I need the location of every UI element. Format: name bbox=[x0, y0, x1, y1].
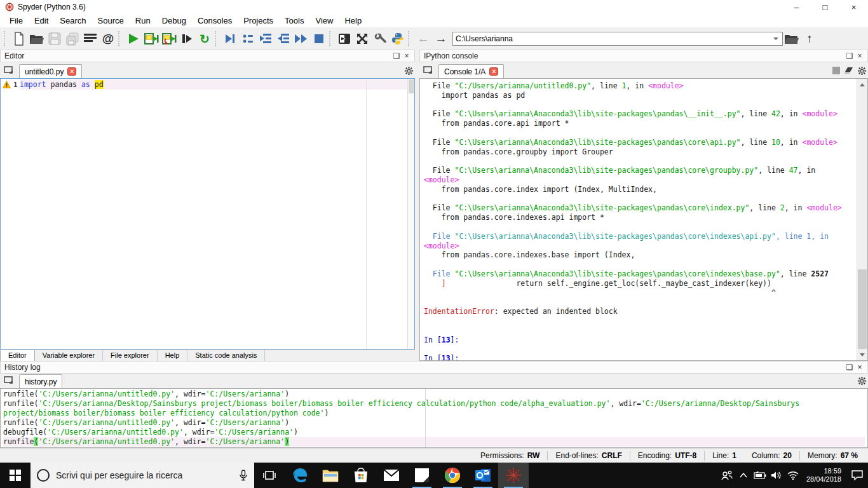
battery-tray-icon[interactable] bbox=[752, 463, 768, 488]
save-button[interactable] bbox=[46, 30, 64, 48]
menu-search[interactable]: Search bbox=[54, 15, 92, 27]
forward-button[interactable]: → bbox=[432, 30, 450, 48]
action-center-icon[interactable] bbox=[846, 463, 868, 488]
code-editor-area[interactable]: 1 import pandas as pd bbox=[0, 78, 415, 349]
task-view-button[interactable] bbox=[254, 463, 285, 488]
spyder-taskbar-icon[interactable] bbox=[498, 463, 529, 488]
browse-tabs-button[interactable] bbox=[1, 64, 18, 78]
history-log-area[interactable]: runfile('C:/Users/arianna/untitled0.py',… bbox=[0, 388, 868, 448]
browse-directory-button[interactable] bbox=[783, 30, 801, 48]
vertical-splitter[interactable] bbox=[415, 50, 419, 361]
menu-consoles[interactable]: Consoles bbox=[192, 15, 238, 27]
scroll-up-icon[interactable] bbox=[857, 79, 867, 90]
bottom-tab-static-code-analysis[interactable]: Static code analysis bbox=[187, 350, 265, 362]
console-scrollbar[interactable] bbox=[857, 79, 867, 360]
bottom-tab-help[interactable]: Help bbox=[158, 350, 188, 362]
menu-run[interactable]: Run bbox=[130, 15, 156, 27]
parent-directory-button[interactable]: ↑ bbox=[801, 30, 818, 48]
volume-tray-icon[interactable] bbox=[768, 463, 785, 488]
interrupt-kernel-icon[interactable] bbox=[830, 65, 843, 76]
close-tab-icon[interactable]: × bbox=[67, 67, 76, 76]
menu-view[interactable]: View bbox=[309, 15, 339, 27]
browse-tabs-button[interactable] bbox=[421, 64, 437, 78]
undock-pane-icon[interactable]: ❏ bbox=[844, 51, 855, 60]
bottom-tab-editor[interactable]: Editor bbox=[0, 350, 35, 362]
debug-step-button[interactable] bbox=[239, 30, 257, 48]
stop-debug-button[interactable] bbox=[310, 30, 328, 48]
history-line: runfile('C:/Users/arianna/Desktop/Sainsb… bbox=[3, 399, 865, 418]
close-pane-icon[interactable]: × bbox=[855, 51, 865, 60]
people-tray-icon[interactable] bbox=[719, 463, 735, 488]
taskbar-search-input[interactable]: Scrivi qui per eseguire la ricerca bbox=[31, 463, 254, 488]
menu-source[interactable]: Source bbox=[92, 15, 130, 27]
browse-tabs-button[interactable] bbox=[1, 374, 18, 388]
close-button[interactable]: × bbox=[839, 0, 868, 14]
console-options-gear-icon[interactable] bbox=[855, 65, 868, 76]
edge-taskbar-icon[interactable] bbox=[285, 463, 315, 488]
close-pane-icon[interactable]: × bbox=[855, 363, 865, 372]
editor-options-gear-icon[interactable] bbox=[402, 65, 415, 76]
scroll-down-icon[interactable] bbox=[857, 349, 867, 360]
bottom-tab-variable-explorer[interactable]: Variable explorer bbox=[35, 350, 103, 362]
working-directory-combobox[interactable]: C:\Users\arianna bbox=[452, 32, 783, 46]
console-line: IndentationError: expected an indented b… bbox=[424, 307, 855, 316]
menu-help[interactable]: Help bbox=[339, 15, 367, 27]
continue-button[interactable] bbox=[292, 30, 310, 48]
wifi-tray-icon[interactable] bbox=[785, 463, 801, 488]
microsoft-store-taskbar-icon[interactable] bbox=[346, 463, 376, 488]
python-path-button[interactable] bbox=[389, 30, 407, 48]
run-cell-button[interactable] bbox=[142, 30, 160, 48]
chevron-down-icon[interactable] bbox=[772, 35, 780, 43]
bottom-tab-file-explorer[interactable]: File explorer bbox=[103, 350, 158, 362]
run-selection-button[interactable] bbox=[178, 30, 196, 48]
console-line bbox=[424, 222, 855, 232]
save-all-button[interactable] bbox=[64, 30, 81, 48]
file-switcher-button[interactable] bbox=[81, 30, 99, 48]
fullscreen-button[interactable] bbox=[353, 30, 371, 48]
run-button[interactable] bbox=[125, 30, 142, 48]
menu-tools[interactable]: Tools bbox=[279, 15, 309, 27]
history-tab[interactable]: history.py bbox=[19, 374, 62, 388]
editor-tab-untitled0[interactable]: untitled0.py × bbox=[19, 64, 82, 78]
microphone-icon[interactable] bbox=[239, 470, 248, 481]
find-in-files-button[interactable]: @ bbox=[99, 30, 117, 48]
minimize-button[interactable]: – bbox=[782, 0, 811, 14]
start-button[interactable] bbox=[0, 463, 31, 488]
step-into-button[interactable] bbox=[257, 30, 275, 48]
rerun-button[interactable]: ↻ bbox=[196, 30, 214, 48]
close-tab-icon[interactable]: × bbox=[489, 67, 498, 76]
file-explorer-taskbar-icon[interactable] bbox=[315, 463, 346, 488]
menu-file[interactable]: File bbox=[4, 15, 29, 27]
mail-taskbar-icon[interactable] bbox=[376, 463, 407, 488]
scrollbar-thumb[interactable] bbox=[858, 269, 867, 349]
new-file-button[interactable] bbox=[10, 30, 28, 48]
open-file-button[interactable] bbox=[28, 30, 46, 48]
ipython-console-area[interactable]: File "C:/Users/arianna/untitled0.py", li… bbox=[419, 78, 868, 361]
show-hidden-icons-chevron[interactable] bbox=[735, 463, 752, 488]
menu-edit[interactable]: Edit bbox=[29, 15, 54, 27]
outlook-taskbar-icon[interactable] bbox=[468, 463, 498, 488]
clear-console-eraser-icon[interactable] bbox=[843, 65, 855, 76]
debug-button[interactable] bbox=[221, 30, 239, 48]
run-cell-advance-button[interactable] bbox=[160, 30, 178, 48]
back-button[interactable]: ← bbox=[414, 30, 432, 48]
console-tab-1a[interactable]: Console 1/A × bbox=[438, 64, 504, 78]
menu-projects[interactable]: Projects bbox=[238, 15, 279, 27]
edge-guide-line bbox=[425, 389, 426, 447]
history-options-gear-icon[interactable] bbox=[855, 375, 868, 386]
close-pane-icon[interactable]: × bbox=[402, 51, 412, 60]
undock-pane-icon[interactable]: ❏ bbox=[844, 363, 855, 372]
app-icon-document[interactable] bbox=[407, 463, 437, 488]
undock-pane-icon[interactable]: ❏ bbox=[391, 51, 402, 60]
chrome-taskbar-icon[interactable] bbox=[437, 463, 468, 488]
maximize-pane-button[interactable] bbox=[336, 30, 353, 48]
editor-scrollbar[interactable] bbox=[407, 79, 414, 349]
toolbar-separator bbox=[408, 31, 411, 46]
taskbar-clock[interactable]: 18:59 28/04/2018 bbox=[801, 467, 846, 484]
maximize-button[interactable]: □ bbox=[811, 0, 839, 14]
console-line: In [13]: bbox=[424, 336, 855, 345]
step-return-button[interactable] bbox=[275, 30, 292, 48]
status-encoding: Encoding:UTF-8 bbox=[630, 451, 704, 461]
menu-debug[interactable]: Debug bbox=[156, 15, 192, 27]
preferences-wrench-button[interactable] bbox=[371, 30, 389, 48]
